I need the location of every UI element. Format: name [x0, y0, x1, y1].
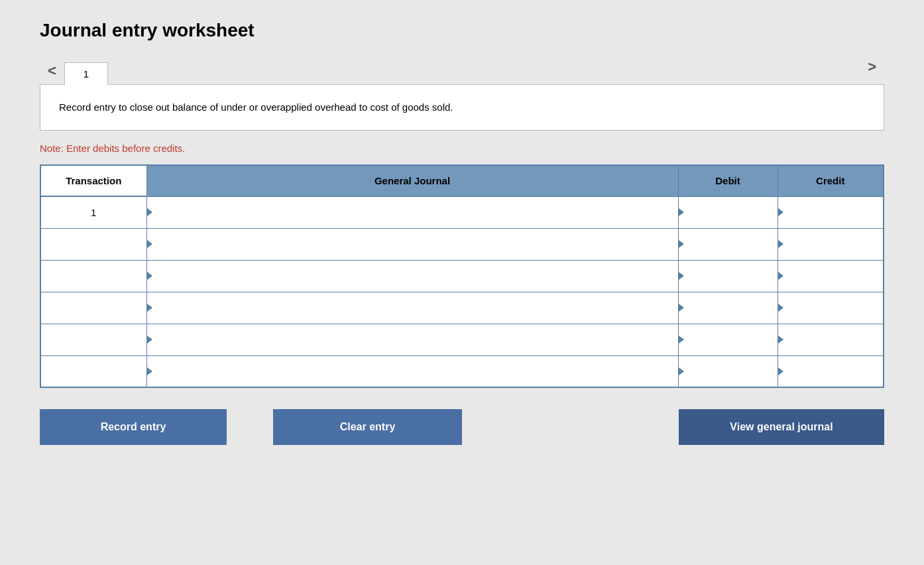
table-row	[40, 260, 884, 292]
table-row	[40, 228, 884, 260]
cell-credit-4[interactable]	[778, 324, 884, 355]
cell-credit-0[interactable]	[778, 196, 884, 228]
triangle-icon	[778, 304, 783, 312]
description-text: Record entry to close out balance of und…	[59, 101, 453, 113]
journal-input-2[interactable]	[152, 261, 678, 292]
header-credit: Credit	[778, 165, 884, 196]
view-general-journal-button[interactable]: View general journal	[679, 409, 884, 445]
right-arrow-button[interactable]: >	[860, 53, 884, 81]
debit-input-3[interactable]	[684, 292, 778, 324]
debit-input-0[interactable]	[684, 197, 778, 228]
credit-input-2[interactable]	[783, 261, 884, 292]
journal-input-0[interactable]	[152, 197, 678, 228]
cell-journal-5[interactable]	[146, 355, 678, 387]
header-debit: Debit	[678, 165, 778, 196]
triangle-icon	[679, 240, 684, 248]
header-transaction: Transaction	[40, 165, 146, 196]
credit-input-1[interactable]	[783, 229, 884, 260]
cell-journal-0[interactable]	[146, 196, 678, 228]
buttons-row: Record entry Clear entry View general jo…	[40, 409, 884, 445]
header-general-journal: General Journal	[146, 165, 678, 196]
journal-input-4[interactable]	[152, 324, 678, 355]
table-row	[40, 292, 884, 324]
triangle-icon	[147, 336, 152, 344]
page-title: Journal entry worksheet	[40, 20, 884, 41]
table-row	[40, 324, 884, 355]
cell-journal-3[interactable]	[146, 292, 678, 324]
debit-input-2[interactable]	[684, 261, 778, 292]
cell-journal-2[interactable]	[146, 260, 678, 292]
cell-debit-3[interactable]	[678, 292, 778, 324]
triangle-icon	[147, 240, 152, 248]
tab-1[interactable]: 1	[64, 62, 108, 85]
credit-input-4[interactable]	[783, 324, 884, 355]
triangle-icon	[679, 304, 684, 312]
cell-transaction-0: 1	[40, 196, 146, 228]
credit-input-0[interactable]	[783, 197, 884, 228]
cell-transaction-1	[40, 228, 146, 260]
cell-journal-1[interactable]	[146, 228, 678, 260]
cell-debit-0[interactable]	[678, 196, 778, 228]
cell-credit-1[interactable]	[778, 228, 884, 260]
triangle-icon	[679, 336, 684, 344]
cell-credit-3[interactable]	[778, 292, 884, 324]
triangle-icon	[778, 272, 783, 280]
journal-input-1[interactable]	[152, 229, 678, 260]
page-container: Journal entry worksheet < 1 > Record ent…	[0, 0, 924, 565]
triangle-icon	[679, 272, 684, 280]
journal-table: Transaction General Journal Debit Credit…	[40, 164, 884, 388]
triangle-icon	[147, 304, 152, 312]
journal-input-5[interactable]	[152, 356, 678, 387]
cell-debit-2[interactable]	[678, 260, 778, 292]
nav-row: < 1 >	[40, 57, 884, 85]
cell-transaction-5	[40, 355, 146, 387]
triangle-icon	[147, 367, 152, 375]
cell-credit-2[interactable]	[778, 260, 884, 292]
description-box: Record entry to close out balance of und…	[40, 84, 884, 131]
triangle-icon	[679, 208, 684, 216]
cell-debit-1[interactable]	[678, 228, 778, 260]
debit-input-5[interactable]	[684, 356, 778, 387]
debit-input-1[interactable]	[684, 229, 778, 260]
triangle-icon	[147, 208, 152, 216]
note-text: Note: Enter debits before credits.	[40, 143, 884, 154]
cell-journal-4[interactable]	[146, 324, 678, 355]
triangle-icon	[778, 336, 783, 344]
triangle-icon	[778, 367, 783, 375]
cell-transaction-2	[40, 260, 146, 292]
left-arrow-button[interactable]: <	[40, 57, 64, 85]
cell-transaction-3	[40, 292, 146, 324]
credit-input-3[interactable]	[783, 292, 884, 324]
journal-input-3[interactable]	[152, 292, 678, 324]
triangle-icon	[147, 272, 152, 280]
triangle-icon	[778, 240, 783, 248]
credit-input-5[interactable]	[783, 356, 884, 387]
cell-credit-5[interactable]	[778, 355, 884, 387]
clear-entry-button[interactable]: Clear entry	[273, 409, 462, 445]
debit-input-4[interactable]	[684, 324, 778, 355]
cell-debit-5[interactable]	[678, 355, 778, 387]
record-entry-button[interactable]: Record entry	[40, 409, 227, 445]
cell-transaction-4	[40, 324, 146, 355]
cell-debit-4[interactable]	[678, 324, 778, 355]
triangle-icon	[679, 367, 684, 375]
table-row	[40, 355, 884, 387]
triangle-icon	[778, 208, 783, 216]
table-row: 1	[40, 196, 884, 228]
